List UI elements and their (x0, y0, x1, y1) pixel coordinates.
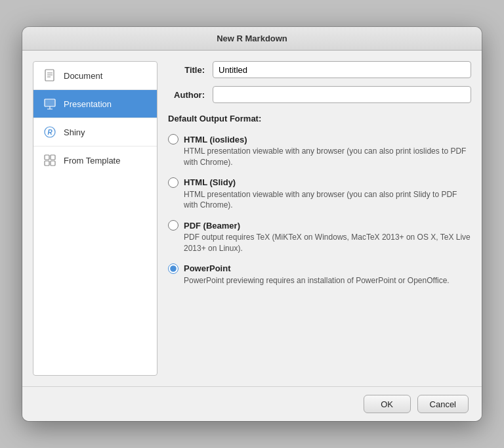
dialog-body: Document Presentation R (22, 51, 482, 386)
author-row: Author: (168, 86, 471, 103)
format-radio-group: HTML (ioslides) HTML presentation viewab… (168, 134, 471, 286)
presentation-icon (43, 97, 57, 111)
radio-html-ioslides-desc: HTML presentation viewable with any brow… (184, 146, 471, 168)
radio-html-ioslides-label: HTML (ioslides) (184, 135, 247, 145)
radio-powerpoint[interactable] (168, 263, 178, 274)
svg-text:R: R (47, 129, 52, 136)
content-area: Title: Author: Default Output Format: HT… (168, 61, 471, 376)
radio-html-slidy-desc: HTML presentation viewable with any brow… (184, 189, 471, 212)
document-icon (43, 68, 57, 83)
sidebar-item-from-template[interactable]: From Template (33, 146, 157, 174)
title-input[interactable] (213, 61, 471, 78)
sidebar-item-shiny-label: Shiny (64, 127, 85, 137)
radio-html-ioslides[interactable] (168, 134, 178, 145)
format-pdf-beamer: PDF (Beamer) PDF output requires TeX (Mi… (168, 220, 471, 254)
radio-pdf-beamer[interactable] (168, 220, 178, 231)
sidebar-item-shiny[interactable]: R Shiny (33, 118, 157, 146)
format-html-ioslides: HTML (ioslides) HTML presentation viewab… (168, 134, 471, 168)
svg-rect-10 (51, 155, 55, 160)
sidebar-item-presentation[interactable]: Presentation (33, 90, 157, 118)
author-label: Author: (168, 90, 205, 100)
shiny-icon: R (43, 125, 57, 139)
radio-html-slidy[interactable] (168, 177, 178, 188)
svg-rect-9 (45, 155, 49, 160)
section-heading: Default Output Format: (168, 114, 471, 123)
sidebar-item-from-template-label: From Template (64, 156, 120, 166)
title-row: Title: (168, 61, 471, 78)
radio-html-slidy-label: HTML (Slidy) (184, 177, 236, 187)
title-label: Title: (168, 65, 205, 75)
ok-button[interactable]: OK (364, 395, 411, 413)
svg-rect-4 (45, 99, 55, 106)
new-r-markdown-dialog: New R Markdown Document (22, 27, 482, 421)
dialog-title-bar: New R Markdown (22, 27, 482, 51)
sidebar-item-document[interactable]: Document (33, 62, 157, 90)
svg-rect-12 (51, 161, 55, 166)
sidebar-item-document-label: Document (64, 71, 102, 81)
format-html-slidy: HTML (Slidy) HTML presentation viewable … (168, 177, 471, 212)
cancel-button[interactable]: Cancel (417, 395, 469, 413)
author-input[interactable] (213, 86, 471, 103)
dialog-footer: OK Cancel (22, 386, 482, 421)
dialog-title: New R Markdown (217, 34, 287, 43)
radio-powerpoint-label: PowerPoint (184, 263, 231, 273)
template-icon (43, 153, 57, 168)
svg-rect-11 (45, 161, 49, 166)
radio-powerpoint-desc: PowerPoint previewing requires an instal… (184, 275, 471, 286)
sidebar: Document Presentation R (33, 61, 158, 376)
radio-pdf-beamer-label: PDF (Beamer) (184, 221, 240, 231)
format-powerpoint: PowerPoint PowerPoint previewing require… (168, 263, 471, 286)
radio-pdf-beamer-desc: PDF output requires TeX (MiKTeX on Windo… (184, 232, 471, 254)
sidebar-item-presentation-label: Presentation (64, 99, 112, 109)
